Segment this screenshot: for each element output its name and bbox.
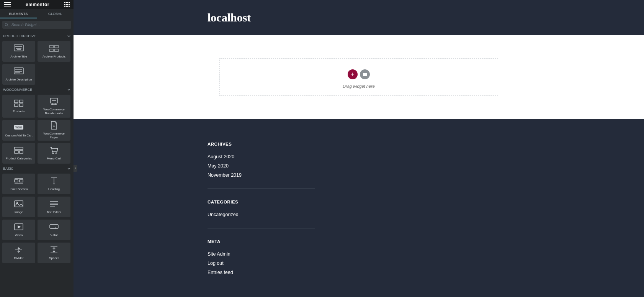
widget-menu-cart[interactable]: Menu Cart [38, 143, 70, 164]
widget-video[interactable]: Video [2, 220, 35, 240]
category-title: WOOCOMMERCE [3, 88, 32, 92]
breadcrumbs-icon [49, 97, 59, 105]
template-library-button[interactable] [360, 69, 370, 79]
category-title: PRODUCT ARCHIVE [3, 34, 36, 38]
svg-rect-25 [15, 147, 23, 149]
svg-line-1 [7, 25, 8, 26]
add-section-button[interactable]: + [348, 69, 358, 79]
footer-categories-title: CATEGORIES [208, 200, 315, 204]
video-icon [14, 223, 23, 231]
widget-inner-section[interactable]: Inner Section [2, 174, 35, 194]
chevron-down-icon [67, 34, 70, 38]
heading-icon [50, 177, 58, 185]
footer-meta-link[interactable]: Entries feed [208, 270, 315, 275]
widget-label: Divider [13, 256, 25, 260]
widget-label: Products [11, 110, 26, 113]
widget-woocommerce-breadcrumbs[interactable]: WooCommerce Breadcrumbs [38, 95, 70, 118]
footer-categories-list: Uncategorized [208, 212, 315, 217]
svg-rect-17 [20, 104, 23, 107]
footer-archive-link[interactable]: August 2020 [208, 154, 315, 159]
svg-rect-26 [15, 151, 18, 153]
widget-button[interactable]: Button [38, 220, 70, 240]
footer-meta-link[interactable]: Site Admin [208, 251, 315, 257]
footer-archives-title: ARCHIVES [208, 142, 315, 146]
widgets-panel: PRODUCT ARCHIVE Archive Title Archive Pr… [0, 31, 74, 297]
widget-archive-title[interactable]: Archive Title [2, 41, 35, 62]
preview-area: localhost + Drag widget here ARCHIVES Au… [74, 0, 644, 297]
footer-meta-title: META [208, 239, 315, 244]
category-basic[interactable]: BASIC [2, 164, 71, 174]
widget-label: Archive Title [9, 55, 29, 59]
widget-divider[interactable]: Divider [2, 243, 35, 263]
widget-products[interactable]: Products [2, 95, 35, 118]
elementor-logo: elementor [26, 2, 49, 7]
panel-tabs: ELEMENTS GLOBAL [0, 9, 74, 18]
widget-label: Product Categories [4, 157, 33, 161]
widget-image[interactable]: Image [2, 197, 35, 217]
widget-label: Text Editor [45, 210, 63, 214]
svg-rect-33 [20, 180, 23, 182]
hamburger-menu-icon[interactable] [4, 2, 11, 7]
svg-text:WOO: WOO [15, 126, 22, 129]
sidebar-collapse-handle[interactable]: ‹ [74, 165, 77, 172]
widget-label: WooCommerce Breadcrumbs [38, 108, 70, 115]
archive-description-icon [14, 67, 24, 75]
widget-label: WooCommerce Pages [38, 132, 70, 139]
category-title: BASIC [3, 167, 13, 171]
svg-rect-2 [14, 45, 23, 51]
chevron-down-icon [67, 167, 70, 170]
widget-label: Image [13, 210, 25, 214]
site-footer: ARCHIVES August 2020 May 2020 November 2… [74, 119, 644, 294]
dropzone-text: Drag widget here [343, 84, 375, 89]
products-icon [14, 99, 24, 107]
text-editor-icon [49, 200, 59, 208]
button-icon [49, 223, 59, 231]
svg-rect-6 [50, 45, 53, 48]
svg-rect-37 [15, 201, 23, 207]
svg-point-0 [5, 23, 7, 25]
category-product-archive[interactable]: PRODUCT ARCHIVE [2, 31, 71, 41]
folder-icon [363, 72, 367, 76]
svg-point-38 [16, 202, 18, 203]
widget-custom-add-to-cart[interactable]: WOO Custom Add To Cart [2, 120, 35, 141]
footer-archive-link[interactable]: November 2019 [208, 172, 315, 178]
footer-category-link[interactable]: Uncategorized [208, 212, 315, 217]
widget-product-categories[interactable]: Product Categories [2, 143, 35, 164]
widget-text-editor[interactable]: Text Editor [38, 197, 70, 217]
footer-archive-link[interactable]: May 2020 [208, 163, 315, 169]
footer-divider [208, 228, 315, 228]
widget-label: Button [48, 233, 60, 237]
tab-global[interactable]: GLOBAL [37, 9, 74, 18]
search-wrap [0, 18, 74, 31]
widget-label: Spacer [47, 256, 60, 260]
svg-point-28 [52, 153, 54, 154]
site-title: localhost [208, 11, 251, 24]
widget-label: Archive Products [41, 55, 67, 59]
widget-woocommerce-pages[interactable]: WooCommerce Pages [38, 120, 70, 141]
category-woocommerce[interactable]: WOOCOMMERCE [2, 85, 71, 95]
widget-heading[interactable]: Heading [38, 174, 70, 194]
footer-meta-link[interactable]: Log out [208, 261, 315, 266]
svg-rect-8 [50, 49, 53, 52]
widget-label: Menu Cart [45, 157, 62, 161]
svg-rect-27 [20, 151, 23, 153]
image-icon [14, 200, 23, 208]
widgets-grid-icon[interactable] [64, 2, 70, 7]
widget-label: Custom Add To Cart [3, 134, 34, 138]
widget-label: Heading [47, 187, 61, 191]
search-input[interactable] [2, 21, 71, 29]
drop-zone[interactable]: + Drag widget here [219, 58, 498, 96]
editor-canvas: + Drag widget here [74, 35, 644, 119]
search-icon [5, 23, 9, 27]
add-to-cart-icon: WOO [13, 123, 24, 131]
tab-elements[interactable]: ELEMENTS [0, 9, 37, 18]
footer-divider [208, 189, 315, 189]
archive-title-icon [14, 44, 24, 53]
svg-point-29 [56, 153, 57, 154]
divider-icon [15, 246, 23, 254]
widget-archive-products[interactable]: Archive Products [38, 41, 70, 62]
svg-rect-44 [50, 225, 58, 228]
widget-archive-description[interactable]: Archive Description [2, 64, 35, 85]
widget-spacer[interactable]: Spacer [38, 243, 70, 263]
svg-rect-14 [15, 100, 18, 103]
